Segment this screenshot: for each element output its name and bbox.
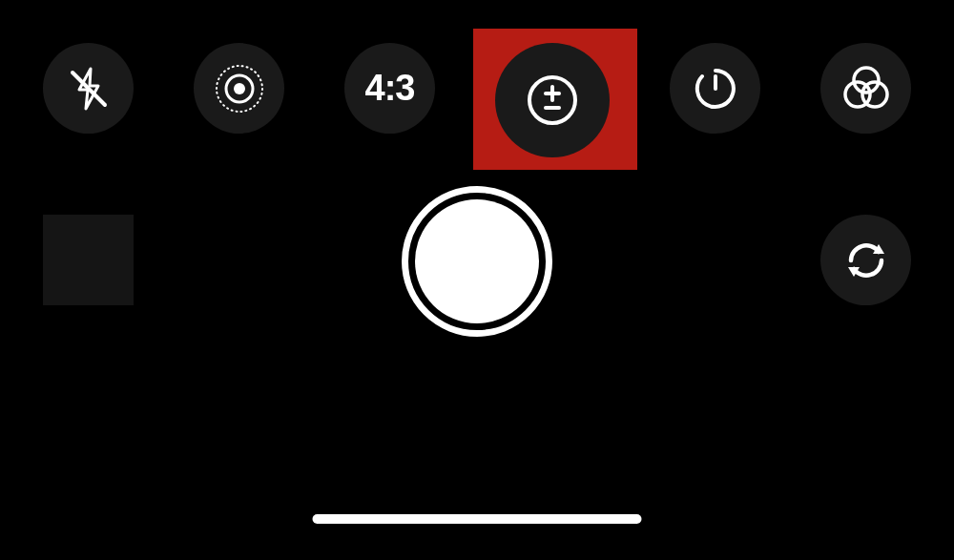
camera-switch-icon [840,235,892,286]
flash-button[interactable] [43,43,134,134]
exposure-icon [525,73,580,128]
flash-off-icon [65,65,113,113]
timer-button[interactable] [670,43,760,134]
shutter-inner-icon [415,199,539,323]
svg-point-9 [854,68,879,93]
home-indicator[interactable] [313,514,642,524]
svg-point-3 [234,83,245,94]
svg-point-11 [862,82,887,107]
camera-toolbar: 4:3 [0,43,954,157]
exposure-button[interactable] [495,43,610,157]
live-photo-icon [214,63,265,114]
aspect-ratio-button[interactable]: 4:3 [344,43,435,134]
live-photo-button[interactable] [194,43,284,134]
last-photo-thumbnail[interactable] [43,215,134,305]
timer-icon [692,65,739,113]
filters-icon [841,64,891,114]
filters-button[interactable] [820,43,911,134]
aspect-ratio-label: 4:3 [365,68,415,109]
shutter-button[interactable] [402,186,552,337]
switch-camera-button[interactable] [820,215,911,305]
